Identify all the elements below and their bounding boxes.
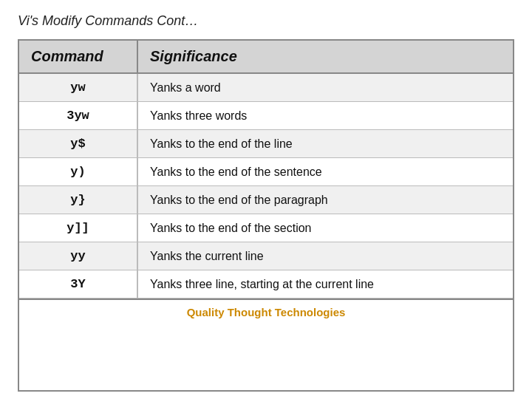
command-cell: 3yw [19,102,137,130]
table-row: y}Yanks to the end of the paragraph [19,186,513,214]
table-row: y]]Yanks to the end of the section [19,214,513,242]
table-row: yyYanks the current line [19,242,513,270]
significance-cell: Yanks to the end of the sentence [137,158,513,186]
command-cell: yy [19,242,137,270]
significance-cell: Yanks three line, starting at the curren… [137,270,513,299]
page-container: Vi's Modify Commands Cont… Command Signi… [0,0,532,399]
command-cell: yw [19,73,137,102]
significance-cell: Yanks to the end of the section [137,214,513,242]
command-cell: y} [19,186,137,214]
significance-cell: Yanks a word [137,73,513,102]
table-row: y)Yanks to the end of the sentence [19,158,513,186]
table-row: 3YYanks three line, starting at the curr… [19,270,513,299]
column-header-significance: Significance [137,41,513,73]
command-cell: y$ [19,130,137,158]
command-cell: y) [19,158,137,186]
table-wrapper: Command Significance ywYanks a word3ywYa… [18,39,514,392]
commands-table: Command Significance ywYanks a word3ywYa… [19,41,513,299]
significance-cell: Yanks three words [137,102,513,130]
footer-text: Quality Thought Technologies [187,306,346,318]
table-row: 3ywYanks three words [19,102,513,130]
page-title: Vi's Modify Commands Cont… [18,13,514,29]
table-row: ywYanks a word [19,73,513,102]
table-row: y$Yanks to the end of the line [19,130,513,158]
significance-cell: Yanks to the end of the line [137,130,513,158]
significance-cell: Yanks to the end of the paragraph [137,186,513,214]
command-cell: 3Y [19,270,137,299]
significance-cell: Yanks the current line [137,242,513,270]
footer: Quality Thought Technologies [19,299,513,325]
column-header-command: Command [19,41,137,73]
table-header-row: Command Significance [19,41,513,73]
command-cell: y]] [19,214,137,242]
